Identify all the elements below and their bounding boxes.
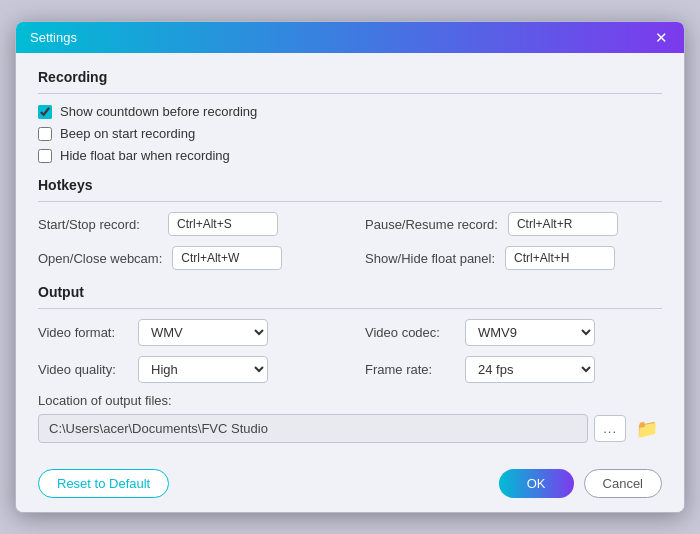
output-row-format: Video format: WMV MP4 AVI MOV (38, 319, 335, 346)
location-label: Location of output files: (38, 393, 662, 408)
output-row-framerate: Frame rate: 24 fps 30 fps 60 fps (365, 356, 662, 383)
close-button[interactable]: ✕ (653, 30, 670, 45)
settings-content: Recording Show countdown before recordin… (16, 53, 684, 457)
hotkey-label-float-panel: Show/Hide float panel: (365, 251, 495, 266)
hotkey-row-float-panel: Show/Hide float panel: (365, 246, 662, 270)
checkbox-row-countdown: Show countdown before recording (38, 104, 662, 119)
hotkey-input-start-stop[interactable] (168, 212, 278, 236)
checkbox-beep[interactable] (38, 127, 52, 141)
output-section: Output Video format: WMV MP4 AVI MOV Vid… (38, 284, 662, 443)
checkbox-row-floatbar: Hide float bar when recording (38, 148, 662, 163)
output-select-codec[interactable]: WMV9 H.264 H.265 (465, 319, 595, 346)
dialog-title: Settings (30, 30, 77, 45)
output-row-codec: Video codec: WMV9 H.264 H.265 (365, 319, 662, 346)
output-label-framerate: Frame rate: (365, 362, 455, 377)
title-bar: Settings ✕ (16, 22, 684, 53)
hotkey-row-pause-resume: Pause/Resume record: (365, 212, 662, 236)
checkbox-countdown-label: Show countdown before recording (60, 104, 257, 119)
output-divider (38, 308, 662, 309)
reset-button[interactable]: Reset to Default (38, 469, 169, 498)
checkbox-floatbar-label: Hide float bar when recording (60, 148, 230, 163)
location-row: ... 📁 (38, 414, 662, 443)
checkbox-floatbar[interactable] (38, 149, 52, 163)
hotkey-input-webcam[interactable] (172, 246, 282, 270)
output-select-framerate[interactable]: 24 fps 30 fps 60 fps (465, 356, 595, 383)
hotkey-row-start-stop: Start/Stop record: (38, 212, 335, 236)
footer: Reset to Default OK Cancel (16, 457, 684, 512)
recording-divider (38, 93, 662, 94)
hotkey-label-pause-resume: Pause/Resume record: (365, 217, 498, 232)
output-label-quality: Video quality: (38, 362, 128, 377)
hotkey-label-webcam: Open/Close webcam: (38, 251, 162, 266)
hotkeys-section-title: Hotkeys (38, 177, 662, 193)
hotkeys-divider (38, 201, 662, 202)
checkbox-row-beep: Beep on start recording (38, 126, 662, 141)
checkbox-countdown[interactable] (38, 105, 52, 119)
footer-right: OK Cancel (499, 469, 662, 498)
hotkeys-section: Hotkeys Start/Stop record: Pause/Resume … (38, 177, 662, 270)
hotkey-row-webcam: Open/Close webcam: (38, 246, 335, 270)
checkbox-beep-label: Beep on start recording (60, 126, 195, 141)
output-select-quality[interactable]: High Medium Low (138, 356, 268, 383)
ok-button[interactable]: OK (499, 469, 574, 498)
location-section: Location of output files: ... 📁 (38, 393, 662, 443)
browse-dots-button[interactable]: ... (594, 415, 626, 442)
location-input[interactable] (38, 414, 588, 443)
hotkeys-grid: Start/Stop record: Pause/Resume record: … (38, 212, 662, 270)
hotkey-input-pause-resume[interactable] (508, 212, 618, 236)
output-section-title: Output (38, 284, 662, 300)
output-row-quality: Video quality: High Medium Low (38, 356, 335, 383)
output-select-format[interactable]: WMV MP4 AVI MOV (138, 319, 268, 346)
folder-icon: 📁 (636, 419, 658, 439)
cancel-button[interactable]: Cancel (584, 469, 662, 498)
output-grid: Video format: WMV MP4 AVI MOV Video code… (38, 319, 662, 383)
output-label-format: Video format: (38, 325, 128, 340)
output-label-codec: Video codec: (365, 325, 455, 340)
hotkey-label-start-stop: Start/Stop record: (38, 217, 158, 232)
recording-section-title: Recording (38, 69, 662, 85)
open-folder-button[interactable]: 📁 (632, 416, 662, 442)
hotkey-input-float-panel[interactable] (505, 246, 615, 270)
